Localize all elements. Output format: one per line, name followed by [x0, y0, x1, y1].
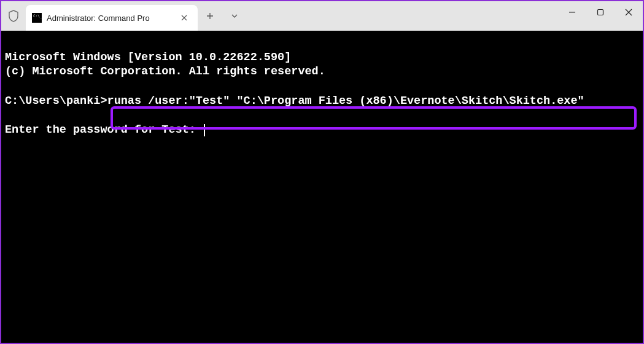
new-tab-button[interactable] [198, 1, 222, 31]
maximize-button[interactable] [586, 1, 615, 23]
prompt-prefix: C:\Users\panki> [5, 95, 107, 108]
titlebar: C:\_ Administrator: Command Pro [1, 1, 643, 31]
terminal-icon: C:\_ [32, 13, 42, 23]
copyright-line: (c) Microsoft Corporation. All rights re… [5, 65, 325, 78]
tab-actions [198, 1, 247, 31]
window-controls [558, 1, 643, 31]
cursor [204, 124, 205, 136]
password-prompt-line: Enter the password for Test: [5, 123, 205, 136]
terminal-output[interactable]: Microsoft Windows [Version 10.0.22622.59… [1, 31, 643, 343]
tab-title: Administrator: Command Pro [47, 14, 150, 23]
version-line: Microsoft Windows [Version 10.0.22622.59… [5, 51, 291, 64]
close-tab-button[interactable] [178, 12, 190, 24]
svg-rect-0 [598, 10, 603, 15]
prompt-line: C:\Users\panki>runas /user:"Test" "C:\Pr… [5, 95, 584, 108]
tab-dropdown-button[interactable] [222, 1, 247, 31]
close-window-button[interactable] [615, 1, 643, 23]
minimize-button[interactable] [558, 1, 586, 23]
shield-icon [1, 1, 26, 31]
tab-command-prompt[interactable]: C:\_ Administrator: Command Pro [26, 5, 198, 31]
command-text: runas /user:"Test" "C:\Program Files (x8… [107, 95, 584, 108]
